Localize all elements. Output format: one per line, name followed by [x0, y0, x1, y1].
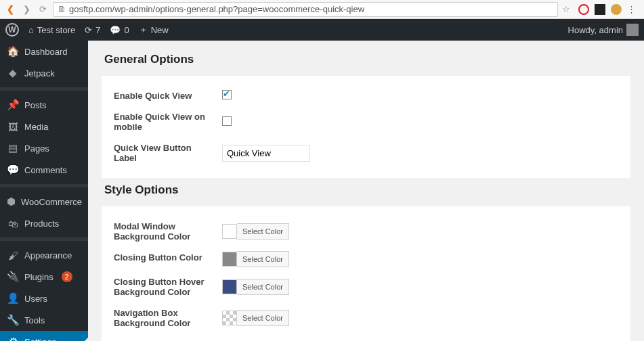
extensions-area: ⋮	[574, 4, 640, 15]
dashboard-icon: 🏠	[7, 45, 19, 58]
brush-icon: 🖌	[7, 249, 19, 261]
url-text: gosftp.com/wp-admin/options-general.php?…	[69, 4, 364, 14]
woocommerce-icon: ⬢	[7, 196, 16, 208]
checkbox-enable-qv-mobile[interactable]	[222, 116, 232, 126]
general-options-panel: Enable Quick View Enable Quick View on m…	[102, 76, 630, 178]
sidebar-item-pages[interactable]: ▤Pages	[0, 137, 88, 159]
site-name: Test store	[37, 25, 75, 35]
sidebar-item-appearance[interactable]: 🖌Appearance	[0, 244, 88, 266]
sidebar-item-products[interactable]: 🛍Products	[0, 212, 88, 234]
wp-logo[interactable]: W	[5, 23, 19, 37]
select-color-close-btn-hover[interactable]: Select Color	[237, 279, 289, 295]
updates-icon: ⟳	[85, 25, 92, 35]
swatch-nav-bg[interactable]	[222, 311, 237, 325]
label-close-btn: Closing Button Color	[114, 247, 222, 271]
sidebar-item-label: Products	[24, 219, 59, 229]
back-icon[interactable]: ❮	[4, 3, 16, 16]
label-modal-bg: Modal Window Background Color	[114, 216, 222, 247]
howdy-text: Howdy, admin	[568, 25, 623, 35]
browser-toolbar: ❮ ❯ ⟳ 🗎 gosftp.com/wp-admin/options-gene…	[0, 0, 644, 19]
sidebar-item-users[interactable]: 👤Users	[0, 288, 88, 309]
label-enable-qv-mobile: Enable Quick View on mobile	[114, 106, 222, 137]
sidebar-item-label: WooCommerce	[21, 197, 82, 207]
sidebar-item-posts[interactable]: 📌Posts	[0, 94, 88, 116]
label-btn-label: Quick View Button Label	[114, 137, 222, 168]
wp-adminbar: W ⌂ Test store ⟳ 7 💬 0 ＋ New Howdy, admi…	[0, 19, 644, 41]
label-close-btn-hover: Closing Button Hover Background Color	[114, 271, 222, 302]
select-color-nav-bg[interactable]: Select Color	[237, 310, 289, 326]
sidebar-item-tools[interactable]: 🔧Tools	[0, 309, 88, 331]
swatch-modal-bg[interactable]	[222, 224, 237, 239]
sliders-icon: ⚙	[7, 336, 19, 341]
pin-icon: 📌	[7, 99, 19, 111]
howdy-link[interactable]: Howdy, admin	[568, 24, 639, 36]
checkbox-enable-qv[interactable]	[222, 90, 232, 99]
comment-icon: 💬	[7, 164, 19, 176]
media-icon: 🖼	[7, 120, 19, 133]
sidebar-item-label: Settings	[24, 337, 56, 342]
reload-icon[interactable]: ⟳	[37, 3, 49, 16]
plus-icon: ＋	[139, 24, 148, 36]
page-icon: 🗎	[58, 4, 66, 14]
label-enable-qv: Enable Quick View	[114, 85, 222, 106]
forward-icon[interactable]: ❯	[20, 3, 33, 16]
wrench-icon: 🔧	[7, 314, 19, 326]
film-icon[interactable]	[595, 4, 605, 15]
user-icon: 👤	[7, 292, 19, 304]
sidebar-item-label: Appearance	[24, 250, 72, 260]
swatch-close-btn-hover[interactable]	[222, 279, 237, 294]
sidebar-item-label: Dashboard	[24, 47, 68, 57]
sidebar-item-woocommerce[interactable]: ⬢WooCommerce	[0, 191, 88, 212]
label-nav-bg: Navigation Box Background Color	[114, 302, 222, 334]
sidebar-item-label: Jetpack	[24, 68, 55, 78]
sidebar-item-media[interactable]: 🖼Media	[0, 116, 88, 137]
cookie-icon[interactable]	[611, 4, 622, 15]
input-btn-label[interactable]	[222, 145, 310, 162]
products-icon: 🛍	[7, 217, 19, 229]
sidebar-item-comments[interactable]: 💬Comments	[0, 159, 88, 181]
select-color-modal-bg[interactable]: Select Color	[237, 223, 289, 240]
sidebar-item-settings[interactable]: ⚙Settings	[0, 331, 88, 341]
section-title-style: Style Options	[102, 178, 630, 206]
comments-link[interactable]: 💬 0	[110, 25, 129, 35]
main-content: General Options Enable Quick View Enable…	[88, 41, 644, 341]
comments-count: 0	[124, 25, 129, 35]
site-link[interactable]: ⌂ Test store	[28, 25, 75, 35]
section-title-general: General Options	[102, 47, 630, 76]
sidebar-item-label: Comments	[24, 165, 67, 175]
jetpack-icon: ◆	[7, 67, 19, 79]
sidebar-item-plugins[interactable]: 🔌Plugins2	[0, 266, 88, 288]
sidebar-item-dashboard[interactable]: 🏠Dashboard	[0, 41, 88, 62]
menu-dots-icon[interactable]: ⋮	[627, 4, 636, 14]
page-icon: ▤	[7, 142, 19, 154]
opera-icon[interactable]	[578, 4, 589, 15]
sidebar-item-label: Media	[24, 122, 48, 132]
select-color-close-btn[interactable]: Select Color	[237, 251, 289, 267]
url-bar[interactable]: 🗎 gosftp.com/wp-admin/options-general.ph…	[53, 2, 558, 17]
star-icon[interactable]: ☆	[562, 4, 570, 14]
sidebar-item-label: Plugins	[24, 272, 53, 282]
plugins-badge: 2	[62, 271, 72, 282]
updates-link[interactable]: ⟳ 7	[85, 25, 100, 35]
avatar	[626, 24, 639, 36]
sidebar-item-label: Users	[24, 294, 47, 304]
home-icon: ⌂	[28, 25, 34, 35]
sidebar-item-jetpack[interactable]: ◆Jetpack	[0, 62, 88, 84]
updates-count: 7	[95, 25, 100, 35]
new-label: New	[151, 25, 169, 35]
label-nav-text: Navigation Box Text Color	[114, 334, 222, 341]
style-options-panel: Modal Window Background Color Select Col…	[102, 206, 630, 341]
sidebar-item-label: Pages	[24, 143, 49, 154]
comment-icon: 💬	[110, 25, 121, 35]
new-link[interactable]: ＋ New	[139, 24, 169, 36]
admin-sidebar: 🏠Dashboard ◆Jetpack 📌Posts 🖼Media ▤Pages…	[0, 41, 88, 341]
swatch-close-btn[interactable]	[222, 252, 237, 267]
sidebar-item-label: Posts	[24, 100, 47, 110]
plug-icon: 🔌	[7, 271, 19, 283]
sidebar-item-label: Tools	[24, 315, 45, 325]
